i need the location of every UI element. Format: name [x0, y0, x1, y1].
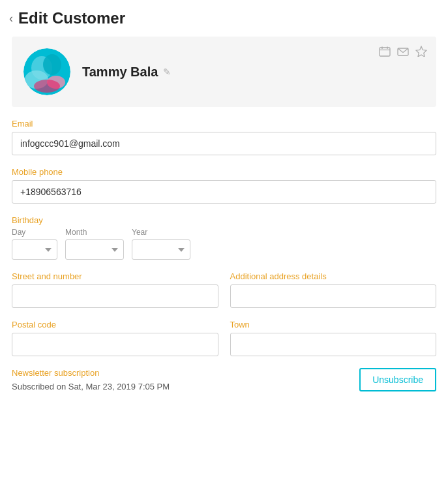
page-title: Edit Customer: [18, 9, 125, 27]
calendar-icon[interactable]: [379, 46, 391, 59]
postal-label: Postal code: [12, 320, 218, 329]
month-field: Month: [65, 228, 124, 260]
year-select[interactable]: [132, 239, 190, 260]
email-group: Email: [12, 119, 436, 155]
street-field[interactable]: [12, 284, 218, 308]
profile-edit-icon[interactable]: ✎: [163, 67, 171, 77]
birthday-label: Birthday: [12, 215, 436, 225]
additional-field[interactable]: [230, 284, 437, 308]
email-field[interactable]: [12, 132, 436, 155]
svg-point-2: [43, 54, 61, 75]
svg-rect-6: [380, 48, 390, 56]
town-field[interactable]: [230, 333, 437, 356]
newsletter-label: Newsletter subscription: [12, 368, 170, 378]
email-icon[interactable]: [397, 47, 409, 59]
svg-marker-11: [416, 46, 426, 57]
postal-group: Postal code: [12, 320, 218, 356]
town-label: Town: [230, 320, 437, 329]
unsubscribe-button[interactable]: Unsubscribe: [359, 368, 436, 391]
additional-group: Additional address details: [230, 271, 437, 308]
address-row-1: Street and number Additional address det…: [12, 271, 436, 308]
profile-actions: [379, 46, 427, 59]
newsletter-section: Newsletter subscription Subscribed on Sa…: [0, 368, 448, 392]
profile-card: Tammy Bala ✎: [12, 37, 436, 107]
month-label: Month: [65, 228, 124, 237]
day-field: Day: [12, 228, 57, 260]
back-button[interactable]: ‹: [9, 12, 13, 25]
town-group: Town: [230, 320, 437, 356]
profile-name-row: Tammy Bala ✎: [82, 65, 171, 80]
birthday-row: Day Month Year: [12, 228, 436, 260]
year-field: Year: [132, 228, 190, 260]
mobile-field[interactable]: [12, 180, 436, 204]
star-icon[interactable]: [415, 46, 427, 59]
address-row-2: Postal code Town: [12, 320, 436, 356]
year-label: Year: [132, 228, 190, 237]
newsletter-text: Subscribed on Sat, Mar 23, 2019 7:05 PM: [12, 382, 170, 391]
mobile-group: Mobile phone: [12, 167, 436, 204]
profile-name: Tammy Bala: [82, 65, 158, 80]
email-label: Email: [12, 119, 436, 129]
avatar: [23, 48, 70, 95]
additional-label: Additional address details: [230, 271, 437, 281]
page-header: ‹ Edit Customer: [0, 0, 448, 37]
month-select[interactable]: [65, 239, 124, 260]
birthday-section: Birthday Day Month Year: [12, 215, 436, 260]
street-label: Street and number: [12, 271, 218, 281]
svg-point-5: [34, 80, 60, 93]
day-select[interactable]: [12, 239, 57, 260]
form-section: Email Mobile phone Birthday Day Month Ye: [0, 119, 448, 356]
mobile-label: Mobile phone: [12, 167, 436, 177]
newsletter-info: Newsletter subscription Subscribed on Sa…: [12, 368, 170, 392]
day-label: Day: [12, 228, 57, 237]
postal-field[interactable]: [12, 333, 218, 356]
street-group: Street and number: [12, 271, 218, 308]
